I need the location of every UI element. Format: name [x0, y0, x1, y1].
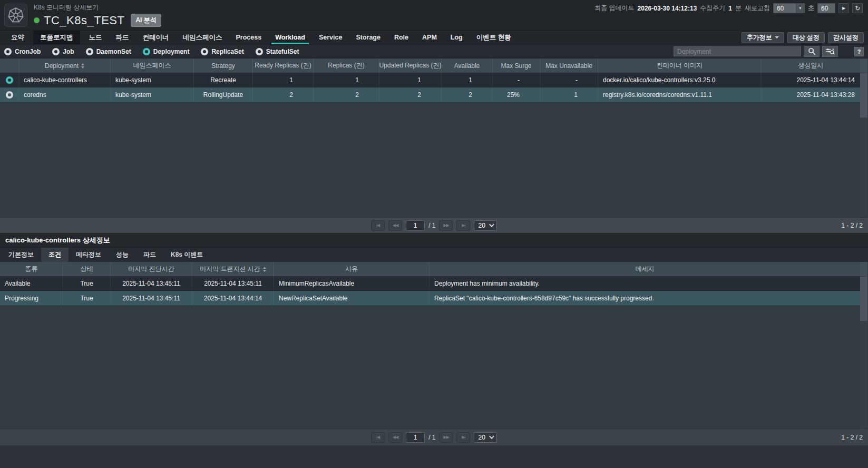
detail-empty-area [0, 306, 868, 428]
scrollbar-track[interactable] [860, 58, 867, 217]
tab-summary[interactable]: 요약 [4, 31, 31, 44]
tab-pod[interactable]: 파드 [109, 31, 136, 44]
next-page-icon[interactable]: ▶▶ [439, 220, 453, 231]
detail-tab-performance[interactable]: 성능 [109, 248, 136, 262]
detail-section-title: calico-kube-controllers 상세정보 [0, 233, 868, 248]
tab-node[interactable]: 노드 [82, 31, 109, 44]
radio-job[interactable]: Job [52, 48, 74, 55]
select-dropdown-icon[interactable]: ▼ [796, 4, 804, 13]
scrollbar-track[interactable] [860, 262, 867, 428]
detail-tab-pod[interactable]: 파드 [136, 248, 163, 262]
play-icon[interactable]: ▶ [838, 3, 849, 13]
row-radio[interactable] [6, 91, 13, 99]
page-size-select[interactable]: 20 [474, 432, 496, 443]
tab-role[interactable]: Role [387, 31, 415, 44]
tab-storage[interactable]: Storage [349, 31, 387, 44]
collect-interval-value: 1 [728, 5, 732, 12]
condition-row[interactable]: Available True 2025-11-04 13:45:11 2025-… [0, 276, 860, 291]
col-max-unavailable: Max Unavailable [540, 58, 598, 73]
tab-service[interactable]: Service [312, 31, 349, 44]
radio-icon[interactable] [256, 48, 263, 55]
col-reason: 사유 [274, 262, 430, 276]
first-page-icon[interactable]: |◀ [371, 220, 385, 231]
scrollbar-header-cap [860, 58, 867, 73]
scrollbar-thumb[interactable] [860, 73, 867, 118]
last-update-value: 2026-03-30 14:12:13 [638, 5, 697, 12]
table-row[interactable]: calico-kube-controllers kube-system Recr… [0, 73, 860, 87]
detail-tab-meta-info[interactable]: 메타정보 [69, 248, 109, 262]
col-replicas: Replicas (건) [314, 58, 379, 73]
advanced-search-icon[interactable] [822, 46, 838, 57]
tab-event-status[interactable]: 이벤트 현황 [470, 31, 518, 44]
refresh-countdown-field[interactable]: 60 [817, 3, 835, 13]
radio-statefulset[interactable]: StatefulSet [256, 48, 299, 55]
radio-deployment[interactable]: Deployment [143, 48, 190, 55]
next-page-icon[interactable]: ▶▶ [439, 432, 453, 443]
detail-tab-basic-info[interactable]: 기본정보 [1, 248, 41, 262]
prev-page-icon[interactable]: ◀◀ [388, 432, 402, 443]
tab-log[interactable]: Log [444, 31, 470, 44]
col-max-surge: Max Surge [493, 58, 540, 73]
kubernetes-logo-icon [4, 4, 27, 27]
footer-strip [0, 445, 868, 468]
sort-icon[interactable] [263, 267, 266, 272]
search-icon[interactable] [804, 46, 820, 57]
row-range-label: 1 - 2 / 2 [841, 222, 863, 229]
radio-icon[interactable] [52, 48, 60, 55]
chevron-down-icon [775, 36, 779, 38]
target-settings-button[interactable]: 대상 설정 [787, 32, 825, 43]
table-row[interactable]: coredns kube-system RollingUpdate 2 2 2 … [0, 87, 860, 102]
last-page-icon[interactable]: ▶| [456, 432, 470, 443]
radio-checked-icon[interactable] [143, 48, 150, 55]
first-page-icon[interactable]: |◀ [371, 432, 385, 443]
radio-daemonset[interactable]: DaemonSet [86, 48, 131, 55]
prev-page-icon[interactable]: ◀◀ [388, 220, 402, 231]
col-deployment[interactable]: Deployment [19, 58, 111, 73]
page-size-select[interactable]: 20 [474, 220, 496, 231]
top-header: K8s 모니터링 상세보기 TC_K8s_TEST AI 분석 최종 업데이트 … [0, 0, 868, 31]
workload-table-header: Deployment 네임스페이스 Strategy Ready Replica… [0, 58, 860, 73]
conditions-table: 종류 상태 마지막 진단시간 마지막 트랜지션 시간 사유 메세지 Availa… [0, 262, 860, 306]
col-namespace: 네임스페이스 [111, 58, 194, 73]
refresh-icon[interactable]: ↻ [852, 3, 863, 13]
target-name: TC_K8s_TEST [44, 14, 124, 27]
detail-tab-k8s-events[interactable]: K8s 이벤트 [163, 248, 210, 262]
radio-icon[interactable] [86, 48, 93, 55]
scrollbar-thumb[interactable] [860, 277, 867, 321]
workload-filterbar: CronJob Job DaemonSet Deployment Replica… [0, 45, 868, 58]
k8s-monitoring-page: K8s 모니터링 상세보기 TC_K8s_TEST AI 분석 최종 업데이트 … [0, 0, 868, 468]
radio-icon[interactable] [4, 48, 12, 55]
detail-tab-conditions[interactable]: 조건 [41, 248, 69, 262]
radio-cronjob[interactable]: CronJob [4, 48, 41, 55]
radio-replicaset[interactable]: ReplicaSet [201, 48, 243, 55]
radio-column-header [0, 58, 19, 73]
tab-workload[interactable]: Workload [268, 31, 312, 44]
condition-row[interactable]: Progressing True 2025-11-04 13:45:11 202… [0, 291, 860, 306]
sort-icon[interactable] [81, 63, 84, 69]
tab-namespace[interactable]: 네임스페이스 [176, 31, 229, 44]
search-input[interactable] [674, 46, 801, 56]
chevron-down-icon [489, 222, 494, 227]
extra-info-button[interactable]: 추가정보 [742, 32, 784, 43]
tab-topology-map[interactable]: 토폴로지맵 [33, 31, 80, 44]
tab-process[interactable]: Process [229, 31, 269, 44]
last-page-icon[interactable]: ▶| [456, 220, 470, 231]
tab-container[interactable]: 컨테이너 [136, 31, 176, 44]
tab-apm[interactable]: APM [415, 31, 444, 44]
row-radio-checked[interactable] [6, 76, 13, 84]
refresh-interval-select[interactable]: 60 ▼ [773, 3, 805, 13]
ai-analysis-button[interactable]: AI 분석 [131, 14, 161, 27]
page-number-input[interactable] [406, 432, 425, 443]
scrollbar-header-cap [860, 262, 867, 276]
col-created-at: 생성일시 [762, 58, 860, 73]
watch-settings-button[interactable]: 감시설정 [828, 32, 864, 43]
collect-interval-label: 수집주기 [700, 4, 725, 13]
col-container-image: 컨테이너 이미지 [598, 58, 762, 73]
col-available: Available [442, 58, 493, 73]
col-last-transition-time[interactable]: 마지막 트랜지션 시간 [192, 262, 274, 276]
col-ready-replicas: Ready Replicas (건) [253, 58, 314, 73]
radio-icon[interactable] [201, 48, 208, 55]
help-icon[interactable]: ? [854, 47, 864, 56]
page-title: K8s 모니터링 상세보기 [34, 3, 161, 12]
page-number-input[interactable] [406, 220, 425, 231]
